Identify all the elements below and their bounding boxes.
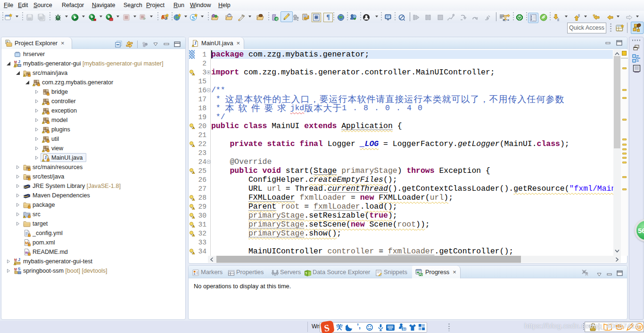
svg-text:J: J	[194, 41, 197, 46]
svg-text:M: M	[14, 60, 17, 64]
svg-text:M: M	[14, 258, 17, 261]
svg-text:J: J	[18, 258, 20, 262]
svg-text:S: S	[192, 15, 195, 21]
svg-text:J: J	[165, 16, 167, 21]
svg-text:M: M	[14, 268, 17, 271]
svg-text:J: J	[44, 155, 47, 160]
svg-text:44: 44	[403, 327, 406, 331]
svg-text:J: J	[18, 60, 20, 64]
svg-text:S: S	[18, 267, 21, 271]
svg-text:w: w	[25, 250, 28, 255]
svg-text:C: C	[276, 17, 279, 21]
